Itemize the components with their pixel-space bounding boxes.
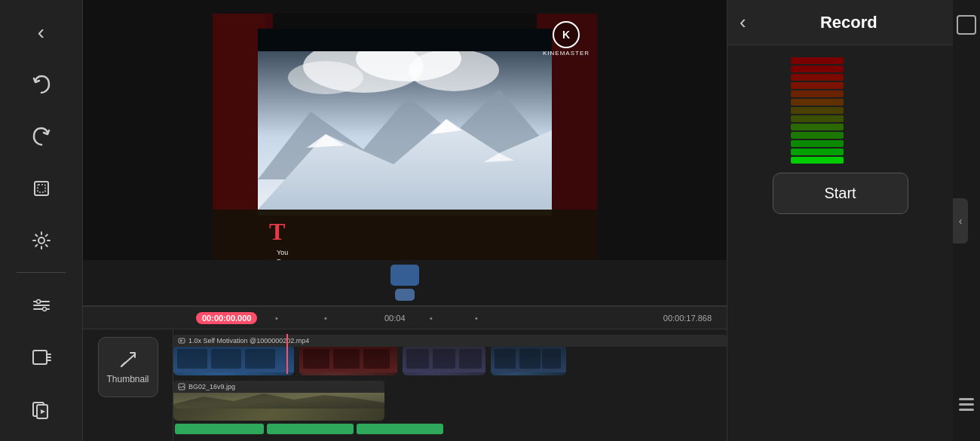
meter-bar-green-2 (791, 132, 844, 139)
svg-rect-41 (177, 349, 207, 369)
far-right-bottom (959, 398, 974, 426)
svg-text:T: T (269, 218, 285, 245)
svg-point-23 (409, 49, 499, 91)
green-bar-3 (357, 424, 443, 434)
timeline-section: 00:00:00.000 • • 00:04 • • 00:00:17.868 … (83, 305, 727, 441)
svg-rect-55 (542, 349, 561, 369)
volume-meter (787, 57, 847, 164)
svg-rect-49 (406, 349, 429, 369)
green-bar-1 (175, 424, 264, 434)
svg-point-7 (42, 307, 46, 311)
kinemaster-label: KINEMASTER (543, 50, 590, 57)
svg-point-2 (38, 237, 44, 243)
drag-line-3 (959, 409, 974, 411)
svg-rect-45 (303, 349, 329, 369)
meter-bar-red-1 (791, 57, 844, 64)
svg-rect-43 (245, 349, 275, 369)
panel-content: Start (727, 45, 953, 441)
svg-rect-31 (258, 210, 552, 216)
svg-rect-46 (333, 349, 360, 369)
undo-button[interactable] (13, 60, 69, 109)
thumbnail-panel: Thumbnail (83, 329, 173, 441)
adjust-button[interactable] (13, 280, 69, 329)
start-button[interactable]: Start (773, 173, 908, 214)
drag-line-1 (959, 398, 974, 400)
record-panel: ‹ Record (727, 0, 953, 441)
mid-time-marker: 00:04 (384, 314, 406, 323)
clip-1[interactable] (173, 345, 294, 375)
svg-rect-32 (258, 29, 552, 51)
panel-back-button[interactable]: ‹ (740, 11, 746, 34)
kinemaster-logo: K KINEMASTER (543, 21, 590, 57)
kinemaster-k-icon: K (553, 21, 580, 48)
bg-track-row: BG02_16v9.jpg (173, 378, 727, 418)
meter-bar-orange-1 (791, 90, 844, 97)
playhead-dot-2: • (324, 314, 327, 323)
svg-rect-0 (35, 182, 48, 195)
export-button[interactable] (13, 384, 69, 433)
add-clip-button[interactable] (13, 332, 69, 381)
video-track-icon (178, 337, 185, 345)
svg-rect-53 (495, 349, 516, 369)
end-time-marker: 00:00:17.868 (663, 314, 712, 323)
redo-button[interactable] (13, 112, 69, 161)
far-right-top (957, 15, 976, 35)
bg-clip[interactable] (173, 389, 384, 421)
svg-rect-47 (363, 349, 390, 369)
svg-text:You: You (277, 249, 288, 256)
back-button[interactable]: ‹ (13, 8, 69, 57)
aspect-ratio-button[interactable] (957, 15, 976, 35)
meter-bar-green-1 (791, 124, 844, 130)
meter-bar-red-4 (791, 82, 844, 89)
meter-bar-olive-2 (791, 115, 844, 122)
meter-bar-green-3 (791, 140, 844, 147)
playhead-dot-4: • (475, 314, 478, 323)
clip-2[interactable] (299, 345, 397, 375)
svg-point-6 (36, 299, 40, 303)
thumbnail-edit-icon (118, 350, 138, 369)
panel-header: ‹ Record (727, 0, 953, 45)
meter-bar-olive-1 (791, 107, 844, 114)
collapse-panel-button[interactable]: ‹ (953, 198, 968, 243)
tracks-container: 1.0x Self Motivation @1000000202.mp4 (173, 329, 727, 441)
playhead-dot-1: • (275, 314, 278, 323)
crop-button[interactable] (13, 164, 69, 213)
timeline-ruler: 00:00:00.000 • • 00:04 • • 00:00:17.868 (83, 307, 727, 329)
video-frame: T You Barn K KINEMASTER (213, 14, 597, 292)
meter-bar-red-2 (791, 66, 844, 72)
bg-track-icon (178, 383, 185, 390)
panel-title: Record (757, 13, 941, 32)
settings-button[interactable] (13, 216, 69, 265)
clip-4[interactable] (491, 345, 566, 375)
svg-rect-42 (211, 349, 241, 369)
svg-rect-1 (38, 185, 45, 192)
timeline-tracks: Thumbnail 1.0x Self Motivation @10000002… (83, 329, 727, 441)
svg-point-24 (288, 61, 363, 94)
meter-bar-green-4 (791, 149, 844, 155)
thumbnail-button[interactable]: Thumbnail (98, 337, 158, 397)
current-time-marker: 00:00:00.000 (196, 312, 257, 324)
video-track-row: 1.0x Self Motivation @1000000202.mp4 (173, 334, 727, 374)
bg-track-label: BG02_16v9.jpg (188, 383, 235, 390)
green-bar-2 (267, 424, 354, 434)
sidebar-divider (17, 272, 66, 273)
svg-rect-51 (459, 349, 482, 369)
meter-bar-green-active (791, 157, 844, 164)
svg-marker-39 (180, 339, 183, 341)
clip-3[interactable] (403, 345, 485, 375)
playhead-dot-3: • (430, 314, 433, 323)
meter-row (740, 57, 941, 164)
drag-line-2 (959, 403, 974, 406)
video-preview[interactable]: T You Barn K KINEMASTER (83, 0, 727, 305)
scrubber-handle[interactable] (390, 265, 419, 301)
meter-bar-red-3 (791, 74, 844, 81)
left-sidebar: ‹ (0, 0, 83, 441)
svg-rect-54 (519, 349, 541, 369)
green-bars-row (173, 424, 727, 436)
drag-handle[interactable] (959, 398, 974, 411)
meter-bar-orange-2 (791, 99, 844, 106)
svg-rect-50 (433, 349, 455, 369)
thumbnail-label: Thumbnail (106, 374, 149, 384)
video-track-label: 1.0x Self Motivation @1000000202.mp4 (188, 337, 309, 345)
main-preview-area: T You Barn K KINEMASTER 00:00:00. (83, 0, 727, 441)
